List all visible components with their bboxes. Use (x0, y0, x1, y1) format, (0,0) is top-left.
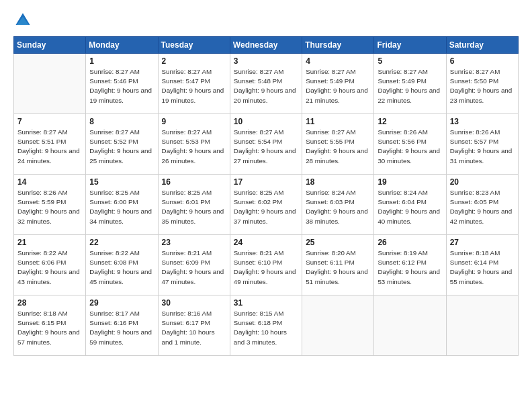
day-detail: Sunrise: 8:27 AM Sunset: 5:52 PM Dayligh… (89, 128, 154, 166)
day-detail: Sunrise: 8:26 AM Sunset: 5:56 PM Dayligh… (378, 128, 442, 166)
day-number: 18 (306, 177, 370, 187)
day-cell: 20Sunrise: 8:23 AM Sunset: 6:05 PM Dayli… (446, 175, 518, 235)
day-cell: 11Sunrise: 8:27 AM Sunset: 5:55 PM Dayli… (302, 114, 374, 175)
day-number: 11 (306, 117, 370, 126)
day-detail: Sunrise: 8:27 AM Sunset: 5:53 PM Dayligh… (162, 128, 226, 166)
day-number: 23 (162, 238, 226, 247)
day-detail: Sunrise: 8:25 AM Sunset: 6:00 PM Dayligh… (89, 188, 154, 226)
weekday-tuesday: Tuesday (158, 37, 230, 54)
day-number: 7 (17, 117, 82, 126)
day-cell: 19Sunrise: 8:24 AM Sunset: 6:04 PM Dayli… (374, 175, 446, 235)
day-detail: Sunrise: 8:24 AM Sunset: 6:04 PM Dayligh… (378, 188, 442, 226)
day-number: 15 (89, 177, 154, 187)
day-cell: 29Sunrise: 8:17 AM Sunset: 6:16 PM Dayli… (86, 295, 158, 356)
day-number: 5 (378, 56, 442, 66)
day-detail: Sunrise: 8:27 AM Sunset: 5:51 PM Dayligh… (17, 128, 82, 166)
day-number: 6 (450, 56, 515, 66)
day-cell: 30Sunrise: 8:16 AM Sunset: 6:17 PM Dayli… (158, 295, 230, 356)
day-cell (14, 54, 86, 114)
day-detail: Sunrise: 8:20 AM Sunset: 6:11 PM Dayligh… (306, 248, 370, 287)
day-detail: Sunrise: 8:25 AM Sunset: 6:01 PM Dayligh… (162, 188, 226, 226)
day-detail: Sunrise: 8:15 AM Sunset: 6:18 PM Dayligh… (234, 309, 298, 347)
day-detail: Sunrise: 8:26 AM Sunset: 5:59 PM Dayligh… (17, 188, 82, 226)
day-number: 31 (234, 298, 298, 308)
day-cell: 23Sunrise: 8:21 AM Sunset: 6:09 PM Dayli… (158, 235, 230, 295)
day-detail: Sunrise: 8:27 AM Sunset: 5:46 PM Dayligh… (89, 67, 154, 105)
day-cell: 28Sunrise: 8:18 AM Sunset: 6:15 PM Dayli… (14, 295, 86, 356)
weekday-friday: Friday (374, 37, 446, 54)
day-number: 22 (89, 238, 154, 247)
day-number: 10 (234, 117, 298, 126)
day-cell: 22Sunrise: 8:22 AM Sunset: 6:08 PM Dayli… (86, 235, 158, 295)
day-number: 12 (378, 117, 442, 126)
day-cell: 17Sunrise: 8:25 AM Sunset: 6:02 PM Dayli… (230, 175, 302, 235)
day-cell: 2Sunrise: 8:27 AM Sunset: 5:47 PM Daylig… (158, 54, 230, 114)
day-cell: 24Sunrise: 8:21 AM Sunset: 6:10 PM Dayli… (230, 235, 302, 295)
day-detail: Sunrise: 8:27 AM Sunset: 5:55 PM Dayligh… (306, 128, 370, 166)
day-cell: 25Sunrise: 8:20 AM Sunset: 6:11 PM Dayli… (302, 235, 374, 295)
logo-icon (13, 11, 32, 30)
day-cell: 8Sunrise: 8:27 AM Sunset: 5:52 PM Daylig… (86, 114, 158, 175)
header (13, 11, 519, 30)
day-number: 9 (162, 117, 226, 126)
day-detail: Sunrise: 8:22 AM Sunset: 6:08 PM Dayligh… (89, 248, 154, 287)
day-cell: 15Sunrise: 8:25 AM Sunset: 6:00 PM Dayli… (86, 175, 158, 235)
day-cell (302, 295, 374, 356)
day-cell: 1Sunrise: 8:27 AM Sunset: 5:46 PM Daylig… (86, 54, 158, 114)
day-cell (374, 295, 446, 356)
day-number: 13 (450, 117, 515, 126)
day-detail: Sunrise: 8:27 AM Sunset: 5:49 PM Dayligh… (306, 67, 370, 105)
day-cell: 6Sunrise: 8:27 AM Sunset: 5:50 PM Daylig… (446, 54, 518, 114)
day-detail: Sunrise: 8:27 AM Sunset: 5:49 PM Dayligh… (378, 67, 442, 105)
day-number: 4 (306, 56, 370, 66)
day-number: 24 (234, 238, 298, 247)
day-cell: 9Sunrise: 8:27 AM Sunset: 5:53 PM Daylig… (158, 114, 230, 175)
day-number: 30 (162, 298, 226, 308)
page: SundayMondayTuesdayWednesdayThursdayFrid… (0, 0, 532, 411)
day-number: 2 (162, 56, 226, 66)
day-number: 17 (234, 177, 298, 187)
day-cell: 31Sunrise: 8:15 AM Sunset: 6:18 PM Dayli… (230, 295, 302, 356)
day-detail: Sunrise: 8:27 AM Sunset: 5:47 PM Dayligh… (162, 67, 226, 105)
day-number: 28 (17, 298, 82, 308)
calendar-table: SundayMondayTuesdayWednesdayThursdayFrid… (13, 36, 519, 356)
day-cell: 18Sunrise: 8:24 AM Sunset: 6:03 PM Dayli… (302, 175, 374, 235)
day-detail: Sunrise: 8:19 AM Sunset: 6:12 PM Dayligh… (378, 248, 442, 287)
week-row-0: 1Sunrise: 8:27 AM Sunset: 5:46 PM Daylig… (14, 54, 519, 114)
weekday-saturday: Saturday (446, 37, 518, 54)
week-row-2: 14Sunrise: 8:26 AM Sunset: 5:59 PM Dayli… (14, 175, 519, 235)
day-number: 21 (17, 238, 82, 247)
day-cell: 4Sunrise: 8:27 AM Sunset: 5:49 PM Daylig… (302, 54, 374, 114)
day-cell (446, 295, 518, 356)
week-row-1: 7Sunrise: 8:27 AM Sunset: 5:51 PM Daylig… (14, 114, 519, 175)
day-cell: 14Sunrise: 8:26 AM Sunset: 5:59 PM Dayli… (14, 175, 86, 235)
day-detail: Sunrise: 8:23 AM Sunset: 6:05 PM Dayligh… (450, 188, 515, 226)
week-row-3: 21Sunrise: 8:22 AM Sunset: 6:06 PM Dayli… (14, 235, 519, 295)
weekday-sunday: Sunday (14, 37, 86, 54)
day-number: 1 (89, 56, 154, 66)
day-detail: Sunrise: 8:16 AM Sunset: 6:17 PM Dayligh… (162, 309, 226, 347)
weekday-header-row: SundayMondayTuesdayWednesdayThursdayFrid… (14, 37, 519, 54)
day-detail: Sunrise: 8:18 AM Sunset: 6:15 PM Dayligh… (17, 309, 82, 347)
day-detail: Sunrise: 8:24 AM Sunset: 6:03 PM Dayligh… (306, 188, 370, 226)
day-number: 19 (378, 177, 442, 187)
logo (13, 11, 35, 30)
day-cell: 5Sunrise: 8:27 AM Sunset: 5:49 PM Daylig… (374, 54, 446, 114)
day-number: 16 (162, 177, 226, 187)
day-number: 25 (306, 238, 370, 247)
day-cell: 27Sunrise: 8:18 AM Sunset: 6:14 PM Dayli… (446, 235, 518, 295)
day-detail: Sunrise: 8:21 AM Sunset: 6:09 PM Dayligh… (162, 248, 226, 287)
weekday-monday: Monday (86, 37, 158, 54)
day-number: 14 (17, 177, 82, 187)
day-cell: 16Sunrise: 8:25 AM Sunset: 6:01 PM Dayli… (158, 175, 230, 235)
day-number: 3 (234, 56, 298, 66)
day-number: 27 (450, 238, 515, 247)
day-detail: Sunrise: 8:26 AM Sunset: 5:57 PM Dayligh… (450, 128, 515, 166)
day-number: 20 (450, 177, 515, 187)
day-cell: 12Sunrise: 8:26 AM Sunset: 5:56 PM Dayli… (374, 114, 446, 175)
day-detail: Sunrise: 8:27 AM Sunset: 5:48 PM Dayligh… (234, 67, 298, 105)
day-cell: 13Sunrise: 8:26 AM Sunset: 5:57 PM Dayli… (446, 114, 518, 175)
day-number: 29 (89, 298, 154, 308)
day-cell: 21Sunrise: 8:22 AM Sunset: 6:06 PM Dayli… (14, 235, 86, 295)
weekday-thursday: Thursday (302, 37, 374, 54)
